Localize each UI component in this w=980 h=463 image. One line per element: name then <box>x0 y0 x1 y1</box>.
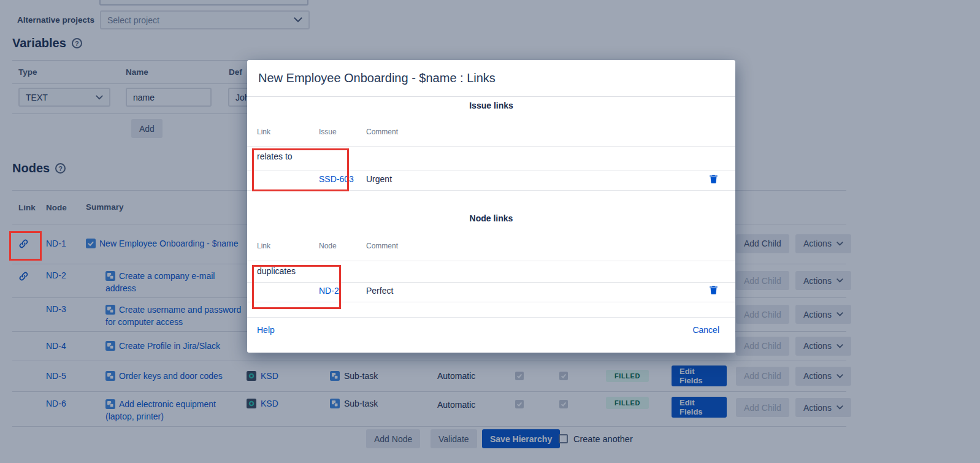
jira-hierarchy-page: Alternative projects Select project Vari… <box>0 0 980 463</box>
annotation-box-issue-link <box>252 148 349 191</box>
help-link[interactable]: Help <box>257 325 275 335</box>
issue-link-comment: Urgent <box>366 174 392 184</box>
dialog-title: New Employee Onboarding - $name : Links <box>247 60 735 97</box>
divider <box>247 146 735 147</box>
node-links-col-node: Node <box>319 242 337 250</box>
issue-links-col-link: Link <box>257 128 270 136</box>
annotation-box-link-icon <box>9 231 42 261</box>
divider <box>247 317 735 318</box>
annotation-box-node-link <box>252 265 341 309</box>
divider <box>247 261 735 261</box>
cancel-link[interactable]: Cancel <box>692 325 719 335</box>
node-links-col-link: Link <box>257 242 270 250</box>
node-links-heading: Node links <box>247 213 735 223</box>
issue-links-heading: Issue links <box>247 101 735 110</box>
trash-icon[interactable] <box>708 285 719 296</box>
issue-links-col-comment: Comment <box>366 128 398 136</box>
issue-links-col-issue: Issue <box>319 128 337 136</box>
node-link-comment: Perfect <box>366 286 393 296</box>
node-links-col-comment: Comment <box>366 242 398 250</box>
trash-icon[interactable] <box>708 174 719 185</box>
